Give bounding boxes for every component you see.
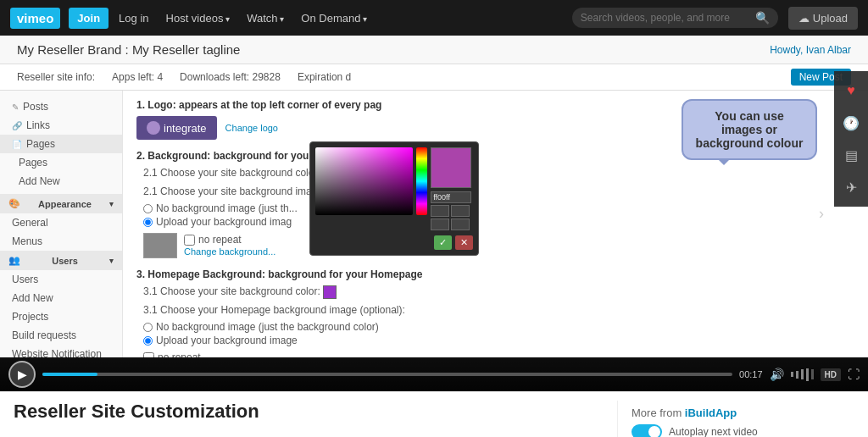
- vol-bar-2: [796, 371, 798, 379]
- color-swatch-2[interactable]: [323, 285, 337, 299]
- logo-circle: [147, 121, 160, 135]
- host-videos-link[interactable]: Host videos: [159, 12, 237, 25]
- progress-bar[interactable]: [42, 373, 732, 376]
- join-button[interactable]: Join: [69, 8, 108, 29]
- radio-upload-bg-input[interactable]: [143, 218, 153, 227]
- volume-icon[interactable]: 🔊: [770, 368, 784, 381]
- autoplay-toggle[interactable]: [632, 424, 662, 437]
- color-picker: ✓ ✕: [309, 141, 479, 256]
- pages-icon: 📄: [12, 140, 22, 149]
- radio-no-bg-input[interactable]: [143, 204, 153, 213]
- sub-3-1a: 3.1 Choose your site background color:: [143, 285, 854, 299]
- bg-preview-row: no repeat Change background...: [143, 233, 854, 258]
- autoplay-row: Autoplay next video: [632, 424, 854, 437]
- radio-no-bg: No background image (just th... Upload y…: [143, 202, 854, 228]
- no-repeat-checkbox[interactable]: [184, 235, 195, 246]
- appearance-icon: 🎨: [8, 198, 20, 209]
- sub-2-1b: 2.1 Choose your site background image (o…: [143, 185, 854, 197]
- time-display: 00:17: [739, 369, 763, 379]
- sub-3-1b: 3.1 Choose your Homepage background imag…: [143, 304, 854, 316]
- color-ok-button[interactable]: ✓: [434, 235, 452, 250]
- collections-icon[interactable]: ▤: [836, 140, 866, 170]
- home-bg-repeat-row: no repeat Change_background_image: [143, 351, 854, 357]
- g-input[interactable]: [451, 205, 470, 217]
- right-panel: ♥ 🕐 ▤ ✈: [834, 71, 868, 207]
- vol-bar-4: [806, 368, 809, 381]
- sidebar: ✎ Posts 🔗 Links 📄 Pages Pages: [0, 91, 123, 357]
- login-link[interactable]: Log in: [112, 12, 155, 25]
- a-input[interactable]: [451, 218, 470, 230]
- sidebar-category-users[interactable]: 👥 Users ▾: [0, 251, 122, 270]
- downloads-left: Downloads left: 29828: [180, 71, 281, 83]
- speech-bubble-tooltip: You can use images or background colour: [682, 99, 817, 160]
- play-button[interactable]: ▶: [8, 361, 36, 388]
- section-2: 2. Background: background for your whole…: [136, 150, 854, 258]
- sidebar-item-posts[interactable]: ✎ Posts: [0, 97, 122, 116]
- share-icon[interactable]: ✈: [836, 172, 866, 202]
- bg-preview: [143, 233, 177, 258]
- bottom-section: Reseller Site Customization More from iB…: [0, 391, 868, 437]
- sidebar-item-website-notification[interactable]: Website Notification: [0, 345, 122, 357]
- site-body: ✎ Posts 🔗 Links 📄 Pages Pages: [0, 91, 868, 357]
- search-icon[interactable]: 🔍: [755, 11, 770, 25]
- radio-home-bg: No background image (just the background…: [143, 321, 854, 346]
- sidebar-item-add-new[interactable]: Add New: [0, 172, 122, 191]
- top-navigation: vimeo Join Log in Host videos Watch On D…: [0, 0, 868, 36]
- vol-bar-3: [801, 369, 804, 379]
- sidebar-item-pages[interactable]: 📄 Pages: [0, 135, 122, 153]
- sidebar-category-appearance[interactable]: 🎨 Appearance ▾: [0, 194, 122, 213]
- sub-2-1a: 2.1 Choose your site background color:: [143, 167, 854, 180]
- section-3-title: 3. Homepage Background: background for y…: [136, 268, 854, 280]
- chevron-down-icon: ▾: [109, 200, 114, 208]
- sidebar-item-add-new-users[interactable]: Add New: [0, 289, 122, 307]
- site-title: My Reseller Brand : My Reseller tagline: [17, 42, 240, 57]
- search-input[interactable]: [581, 12, 750, 24]
- sidebar-item-projects[interactable]: Projects: [0, 307, 122, 326]
- vimeo-logo: vimeo: [10, 8, 60, 29]
- hd-badge[interactable]: HD: [821, 368, 841, 381]
- upload-button[interactable]: ☁ Upload: [788, 7, 858, 30]
- reseller-bar: Reseller site info: Apps left: 4 Downloa…: [0, 64, 868, 91]
- on-demand-link[interactable]: On Demand: [294, 12, 374, 25]
- radio-no-home-bg[interactable]: [143, 323, 153, 332]
- sidebar-item-menus[interactable]: Menus: [0, 232, 122, 251]
- change-logo-link[interactable]: Change logo: [225, 123, 278, 133]
- logo-display: integrate: [136, 116, 217, 140]
- autoplay-label: Autoplay next video: [669, 426, 758, 437]
- watch-later-icon[interactable]: 🕐: [836, 108, 866, 138]
- next-arrow[interactable]: ›: [809, 192, 834, 235]
- hex-input[interactable]: [431, 191, 471, 203]
- upload-icon: ☁: [798, 12, 810, 25]
- sidebar-section-pages: ✎ Posts 🔗 Links 📄 Pages Pages: [0, 97, 122, 191]
- color-gradient[interactable]: [315, 147, 413, 215]
- video-title-area: Reseller Site Customization: [14, 401, 617, 437]
- main-content: 1. Logo: appears at the top left corner …: [123, 91, 868, 357]
- sidebar-item-pages-sub[interactable]: Pages: [0, 153, 122, 172]
- color-spectrum[interactable]: [416, 147, 427, 215]
- posts-icon: ✎: [12, 102, 19, 112]
- radio-upload-home-bg[interactable]: [143, 336, 153, 346]
- site-header: My Reseller Brand : My Reseller tagline …: [0, 36, 868, 64]
- sidebar-item-general[interactable]: General: [0, 213, 122, 232]
- expiration: Expiration d: [298, 71, 351, 83]
- change-bg-link[interactable]: Change background...: [184, 246, 275, 257]
- sidebar-item-users-sub[interactable]: Users: [0, 270, 122, 289]
- color-preview: [431, 147, 471, 188]
- b-input[interactable]: [431, 218, 449, 230]
- vol-bar-5: [811, 369, 814, 379]
- more-from-title: More from iBuildApp: [632, 407, 854, 419]
- color-actions: ✓ ✕: [315, 235, 473, 250]
- r-input[interactable]: [431, 205, 449, 217]
- video-controls: ▶ 00:17 🔊 HD ⛶: [0, 357, 868, 391]
- site-howdy: Howdy, Ivan Albar: [770, 44, 851, 56]
- watch-link[interactable]: Watch: [240, 12, 291, 25]
- fullscreen-button[interactable]: ⛶: [848, 368, 860, 381]
- volume-bars: [791, 368, 814, 381]
- search-bar: 🔍: [572, 8, 778, 28]
- sidebar-item-build-requests[interactable]: Build requests: [0, 326, 122, 345]
- more-from: More from iBuildApp Autoplay next video: [617, 401, 854, 437]
- sidebar-item-links[interactable]: 🔗 Links: [0, 116, 122, 135]
- color-cancel-button[interactable]: ✕: [455, 235, 473, 250]
- like-icon[interactable]: ♥: [836, 75, 866, 106]
- vol-bar-1: [791, 372, 793, 377]
